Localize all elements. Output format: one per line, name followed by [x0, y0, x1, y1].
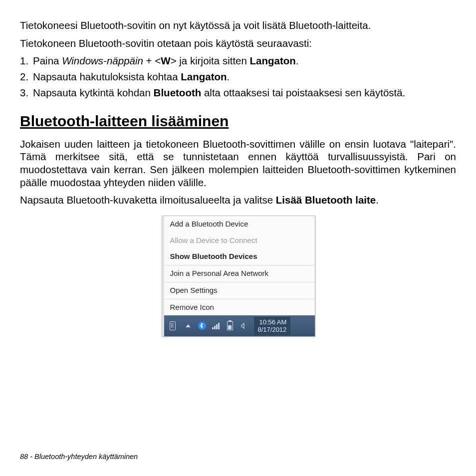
bluetooth-bold: Bluetooth	[154, 87, 202, 98]
menu-remove-icon[interactable]: Remove Icon	[164, 299, 315, 316]
menu-show-devices[interactable]: Show Bluetooth Devices	[164, 248, 315, 265]
t: Napsauta kytkintä kohdan	[33, 87, 154, 98]
t: Napsauta Bluetooth-kuvaketta ilmoitusalu…	[20, 194, 276, 206]
step-3: 3. Napsauta kytkintä kohdan Bluetooth al…	[20, 86, 456, 99]
step-1: 1. Paina Windows-näppäin + <W> ja kirjoi…	[20, 54, 456, 67]
intro-paragraph-2: Tietokoneen Bluetooth-sovitin otetaan po…	[20, 37, 456, 50]
step-3-number: 3.	[20, 86, 33, 99]
taskbar: 10:56 AM 8/17/2012	[164, 315, 315, 336]
menu-join-pan[interactable]: Join a Personal Area Network	[164, 265, 315, 282]
network-signal-icon[interactable]	[212, 321, 221, 330]
body-paragraph-1: Jokaisen uuden laitteen ja tietokoneen B…	[20, 138, 456, 189]
bluetooth-icon[interactable]	[198, 321, 207, 330]
steps-list: 1. Paina Windows-näppäin + <W> ja kirjoi…	[20, 54, 456, 99]
battery-icon[interactable]	[226, 321, 235, 330]
step-3-text: Napsauta kytkintä kohdan Bluetooth alta …	[33, 86, 456, 99]
section-heading: Bluetooth-laitteen lisääminen	[20, 112, 456, 131]
screenshot-figure: Add a Bluetooth Device Allow a Device to…	[20, 216, 456, 337]
body-paragraph-2: Napsauta Bluetooth-kuvaketta ilmoitusalu…	[20, 194, 456, 207]
t: .	[227, 71, 230, 82]
step-1-number: 1.	[20, 54, 33, 67]
t: alta ottaaksesi tai poistaaksesi sen käy…	[201, 87, 405, 98]
add-bluetooth-device-bold: Lisää Bluetooth laite	[276, 194, 376, 206]
windows-key-italic: Windows-näppäin	[62, 55, 143, 66]
keyboard-icon[interactable]	[170, 321, 179, 330]
show-hidden-icons-icon[interactable]	[184, 321, 193, 330]
t: > ja kirjoita sitten	[171, 55, 250, 66]
taskbar-date: 8/17/2012	[258, 326, 287, 334]
t: Paina	[33, 55, 62, 66]
step-2: 2. Napsauta hakutuloksista kohtaa Langat…	[20, 70, 456, 83]
t: Napsauta hakutuloksista kohtaa	[33, 71, 181, 82]
step-2-number: 2.	[20, 70, 33, 83]
t: .	[376, 194, 379, 206]
t: + <	[143, 55, 161, 66]
speaker-icon[interactable]	[239, 321, 248, 330]
w-key-bold: W	[161, 55, 170, 66]
bluetooth-context-menu: Add a Bluetooth Device Allow a Device to…	[161, 216, 315, 337]
t: .	[296, 55, 299, 66]
menu-allow-connect: Allow a Device to Connect	[164, 233, 315, 249]
taskbar-clock[interactable]: 10:56 AM 8/17/2012	[254, 317, 291, 335]
langaton-bold: Langaton	[250, 55, 296, 66]
taskbar-time: 10:56 AM	[258, 318, 287, 326]
step-2-text: Napsauta hakutuloksista kohtaa Langaton.	[33, 70, 456, 83]
intro-paragraph-1: Tietokoneesi Bluetooth-sovitin on nyt kä…	[20, 19, 456, 32]
langaton-bold: Langaton	[181, 71, 227, 82]
menu-add-device[interactable]: Add a Bluetooth Device	[164, 216, 315, 233]
menu-open-settings[interactable]: Open Settings	[164, 282, 315, 299]
step-1-text: Paina Windows-näppäin + <W> ja kirjoita …	[33, 54, 456, 67]
